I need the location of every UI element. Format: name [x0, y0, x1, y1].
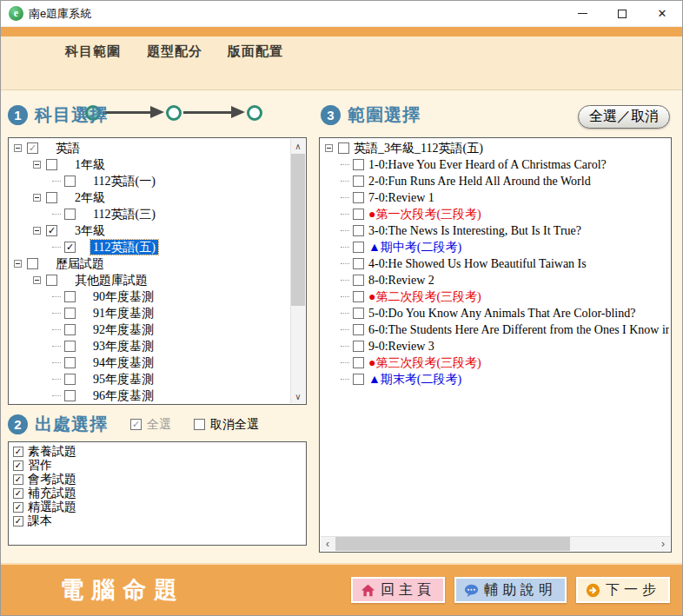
tree-item[interactable]: ●第三次段考(三段考)	[322, 354, 669, 371]
expander-minus-icon[interactable]	[33, 161, 41, 169]
tree-checkbox[interactable]	[64, 291, 76, 302]
expander-minus-icon[interactable]	[33, 227, 41, 235]
tree-checkbox[interactable]	[353, 374, 364, 385]
tree-checkbox[interactable]: ✓	[64, 242, 76, 253]
tree-item[interactable]: 91年度基測	[10, 305, 304, 321]
tree-checkbox[interactable]	[353, 192, 364, 203]
tree-item[interactable]: 112英語(一)	[10, 173, 304, 189]
tree-item[interactable]: ✓英語	[10, 140, 304, 156]
source-item-checkbox[interactable]: ✓	[13, 488, 23, 499]
source-item-checkbox[interactable]: ✓	[13, 516, 23, 527]
expander-minus-icon[interactable]	[14, 144, 22, 152]
tree-checkbox[interactable]	[46, 192, 57, 203]
tree-item[interactable]: ●第一次段考(三段考)	[322, 206, 669, 222]
vertical-scrollbar[interactable]: ∧ ∨	[290, 139, 305, 403]
tree-item-label[interactable]: 9-0:Review 3	[366, 339, 437, 354]
tree-checkbox[interactable]	[64, 176, 76, 187]
expander-minus-icon[interactable]	[33, 276, 41, 284]
tree-item-label[interactable]: 2年級	[72, 190, 108, 205]
source-list-item[interactable]: ✓會考試題	[13, 473, 304, 487]
tree-checkbox[interactable]	[64, 324, 76, 335]
tree-item-label[interactable]: 8-0:Review 2	[366, 273, 437, 288]
tree-item[interactable]: 4-0:He Showed Us How Beautiful Taiwan Is	[322, 255, 669, 272]
tree-checkbox[interactable]	[64, 308, 76, 319]
tree-item-label[interactable]: 7-0:Review 1	[366, 190, 437, 205]
tree-item[interactable]: 2年級	[10, 189, 304, 206]
tree-item[interactable]: 93年度基測	[10, 338, 304, 354]
tree-item[interactable]: 5-0:Do You Know Any Animals That Are Col…	[322, 305, 669, 321]
expander-minus-icon[interactable]	[14, 260, 22, 268]
tree-item-label[interactable]: 96年度基測	[90, 388, 156, 402]
tree-item[interactable]: 92年度基測	[10, 321, 304, 338]
deselect-all-checkbox[interactable]	[194, 419, 205, 430]
tree-checkbox[interactable]	[353, 225, 364, 236]
tree-checkbox[interactable]	[353, 308, 364, 319]
tree-item-label[interactable]: 6-0:The Students Here Are Different from…	[366, 322, 669, 337]
tree-checkbox[interactable]	[353, 291, 364, 302]
scroll-left-icon[interactable]: ‹	[321, 537, 335, 551]
tree-checkbox[interactable]	[353, 341, 364, 352]
tree-checkbox[interactable]	[353, 176, 364, 187]
select-all-toggle-button[interactable]: 全選／取消	[578, 105, 670, 129]
close-button[interactable]: ✕	[642, 1, 682, 26]
tree-item-label[interactable]: 1-0:Have You Ever Heard of A Christmas C…	[366, 157, 609, 172]
tree-checkbox[interactable]	[64, 390, 76, 401]
tree-item-label[interactable]: 歷屆試題	[53, 256, 107, 271]
scrollbar-thumb[interactable]	[335, 537, 570, 551]
tree-item[interactable]: 94年度基測	[10, 354, 304, 371]
tree-checkbox[interactable]	[353, 275, 364, 286]
select-all-checkbox-group[interactable]: ✓ 全選	[130, 417, 171, 433]
tree-item[interactable]: 3-0:The News Is Interesting, But Is It T…	[322, 222, 669, 239]
tree-checkbox[interactable]: ✓	[27, 142, 38, 154]
tree-item-label[interactable]: 90年度基測	[90, 289, 156, 304]
scroll-down-icon[interactable]: ∨	[291, 389, 305, 403]
tree-item-label[interactable]: 3-0:The News Is Interesting, But Is It T…	[366, 223, 584, 238]
home-button[interactable]: 回主頁	[351, 577, 445, 603]
deselect-all-checkbox-group[interactable]: 取消全選	[194, 417, 259, 433]
scroll-right-icon[interactable]: ›	[656, 537, 670, 551]
tree-checkbox[interactable]	[64, 374, 76, 385]
tree-checkbox[interactable]	[64, 209, 76, 220]
tree-item[interactable]: 2-0:Fun Runs Are Held All Around the Wor…	[322, 173, 669, 189]
expander-minus-icon[interactable]	[325, 144, 333, 152]
tree-checkbox[interactable]	[64, 357, 76, 368]
tree-checkbox[interactable]: ✓	[46, 225, 57, 236]
tree-item[interactable]: 歷屆試題	[10, 255, 304, 272]
source-list-item[interactable]: ✓習作	[13, 459, 304, 473]
tree-item-label[interactable]: ●第三次段考(三段考)	[366, 355, 484, 370]
tree-item-label[interactable]: 112英語(一)	[90, 174, 158, 189]
tree-item[interactable]: 95年度基測	[10, 371, 304, 387]
tree-checkbox[interactable]	[353, 357, 364, 368]
source-list-item[interactable]: ✓補充試題	[13, 487, 304, 500]
tree-item-label[interactable]: 93年度基測	[90, 339, 156, 354]
tree-item[interactable]: ▲期末考(二段考)	[322, 371, 669, 387]
scroll-up-icon[interactable]: ∧	[291, 139, 305, 153]
tree-item-label[interactable]: 112英語(五)	[90, 240, 158, 255]
tree-item-label[interactable]: 91年度基測	[90, 306, 156, 321]
tree-checkbox[interactable]	[46, 159, 57, 170]
tree-checkbox[interactable]	[353, 242, 364, 253]
source-item-checkbox[interactable]: ✓	[13, 474, 23, 485]
expander-minus-icon[interactable]	[33, 194, 41, 202]
source-item-checkbox[interactable]: ✓	[13, 447, 23, 457]
tree-checkbox[interactable]	[338, 142, 349, 154]
tree-checkbox[interactable]	[27, 258, 38, 269]
tree-item[interactable]: 7-0:Review 1	[322, 189, 669, 206]
tree-item-label[interactable]: 3年級	[72, 223, 108, 238]
source-item-checkbox[interactable]: ✓	[13, 460, 23, 471]
tree-item[interactable]: 96年度基測	[10, 387, 304, 402]
scrollbar-thumb[interactable]	[291, 154, 305, 306]
tree-item[interactable]: ✓112英語(五)	[10, 239, 304, 255]
source-list-item[interactable]: ✓精選試題	[13, 500, 304, 514]
tree-item-label[interactable]: 英語_3年級_112英語(五)	[351, 141, 486, 156]
tree-item[interactable]: ▲期中考(二段考)	[322, 239, 669, 255]
tree-item[interactable]: 其他題庫試題	[10, 272, 304, 288]
tree-checkbox[interactable]	[64, 341, 76, 352]
tree-item-label[interactable]: 1年級	[72, 157, 108, 172]
help-button[interactable]: 輔助說明	[454, 577, 567, 603]
tree-checkbox[interactable]	[46, 275, 57, 286]
tree-item-label[interactable]: 94年度基測	[90, 355, 156, 370]
tree-item[interactable]: ●第二次段考(三段考)	[322, 288, 669, 305]
tree-item-label[interactable]: 4-0:He Showed Us How Beautiful Taiwan Is	[366, 256, 589, 271]
tree-item[interactable]: 1年級	[10, 156, 304, 173]
